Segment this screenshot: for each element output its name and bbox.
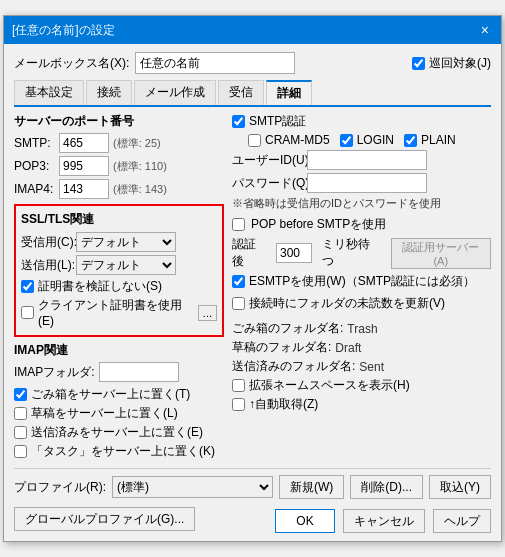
- imap-title: IMAP関連: [14, 342, 224, 359]
- imap4-default: (標準: 143): [113, 182, 167, 197]
- imap-task-checkbox[interactable]: [14, 445, 27, 458]
- pop3-port-row: POP3: (標準: 110): [14, 156, 224, 176]
- imap-namespace-checkbox[interactable]: [232, 379, 245, 392]
- imap-sent-checkbox[interactable]: [14, 426, 27, 439]
- imap-folder-input[interactable]: [99, 362, 179, 382]
- imap4-label: IMAP4:: [14, 182, 59, 196]
- ssl-receive-select[interactable]: デフォルト: [76, 232, 176, 252]
- dialog-title: [任意の名前]の設定: [12, 22, 115, 39]
- imap-trash-label: ごみ箱をサーバー上に置く(T): [31, 386, 190, 403]
- smtp-cram-checkbox[interactable]: [248, 134, 261, 147]
- smtp-uid-label: ユーザーID(U):: [232, 152, 307, 169]
- smtp-uid-input[interactable]: [307, 150, 427, 170]
- tab-connection[interactable]: 接続: [86, 80, 132, 105]
- pop3-port-input[interactable]: [59, 156, 109, 176]
- tab-basic[interactable]: 基本設定: [14, 80, 84, 105]
- tab-compose[interactable]: メール作成: [134, 80, 216, 105]
- sent-folder-label: 送信済みのフォルダ名:: [232, 358, 355, 375]
- global-action-row: グローバルプロファイル(G)... OK キャンセル ヘルプ: [14, 505, 491, 533]
- imap4-port-row: IMAP4: (標準: 143): [14, 179, 224, 199]
- trash-folder-label: ごみ箱のフォルダ名:: [232, 320, 343, 337]
- ssl-client-cert-checkbox[interactable]: [21, 306, 34, 319]
- trash-folder-row: ごみ箱のフォルダ名: Trash: [232, 320, 491, 337]
- smtp-plain-checkbox[interactable]: [404, 134, 417, 147]
- imap-update-label: 接続時にフォルダの未読数を更新(V): [249, 295, 445, 312]
- tabs: 基本設定 接続 メール作成 受信 詳細: [14, 80, 491, 107]
- ssl-no-verify-checkbox[interactable]: [21, 280, 34, 293]
- pop-before-label: POP before SMTPを使用: [251, 216, 386, 233]
- draft-folder-row: 草稿のフォルダ名: Draft: [232, 339, 491, 356]
- imap-task-row: 「タスク」をサーバー上に置く(K): [14, 443, 224, 460]
- pop-wait-row: 認証後 ミリ秒待つ 認証用サーバー(A): [232, 236, 491, 270]
- ssl-no-verify-row: 証明書を検証しない(S): [21, 278, 217, 295]
- recursive-checkbox[interactable]: [412, 57, 425, 70]
- smtp-login-checkbox[interactable]: [340, 134, 353, 147]
- draft-folder-label: 草稿のフォルダ名:: [232, 339, 331, 356]
- esmtp-label: ESMTPを使用(W)（SMTP認証には必須）: [249, 273, 475, 290]
- ssl-client-cert-row: クライアント証明書を使用(E) ...: [21, 297, 217, 328]
- imap-right-section: 接続時にフォルダの未読数を更新(V) ごみ箱のフォルダ名: Trash 草稿のフ…: [232, 295, 491, 413]
- imap-draft-row: 草稿をサーバー上に置く(L): [14, 405, 224, 422]
- imap-draft-label: 草稿をサーバー上に置く(L): [31, 405, 178, 422]
- imap-namespace-row: 拡張ネームスペースを表示(H): [232, 377, 491, 394]
- profile-select[interactable]: (標準): [112, 476, 273, 498]
- pop-server-button[interactable]: 認証用サーバー(A): [391, 238, 491, 269]
- smtp-pwd-input[interactable]: [307, 173, 427, 193]
- imap4-port-input[interactable]: [59, 179, 109, 199]
- imap-trash-row: ごみ箱をサーバー上に置く(T): [14, 386, 224, 403]
- pop-wait-label: 認証後: [232, 236, 266, 270]
- draft-folder-value: Draft: [335, 341, 361, 355]
- smtp-pwd-row: パスワード(Q):: [232, 173, 491, 193]
- global-profile-button[interactable]: グローバルプロファイル(G)...: [14, 507, 195, 531]
- ssl-title: SSL/TLS関連: [21, 211, 217, 228]
- profile-row: プロファイル(R): (標準) 新規(W) 削除(D)... 取込(Y): [14, 475, 491, 499]
- ssl-send-select[interactable]: デフォルト: [76, 255, 176, 275]
- smtp-auth-section: SMTP認証 CRAM-MD5 LOGIN PLAIN ユーザーID(U):: [232, 113, 491, 211]
- recursive-label: 巡回対象(J): [429, 55, 491, 72]
- imap-update-checkbox[interactable]: [232, 297, 245, 310]
- imap-draft-checkbox[interactable]: [14, 407, 27, 420]
- esmtp-row: ESMTPを使用(W)（SMTP認証には必須）: [232, 273, 491, 290]
- pop-wait-unit: ミリ秒待つ: [322, 236, 379, 270]
- mailbox-label: メールボックス名(X):: [14, 55, 129, 72]
- smtp-auth-label: SMTP認証: [249, 113, 306, 130]
- tab-receive[interactable]: 受信: [218, 80, 264, 105]
- ssl-client-cert-label: クライアント証明書を使用(E): [38, 297, 194, 328]
- smtp-port-input[interactable]: [59, 133, 109, 153]
- smtp-auth-checkbox[interactable]: [232, 115, 245, 128]
- imap-folder-label: IMAPフォルダ:: [14, 364, 95, 381]
- trash-folder-value: Trash: [347, 322, 377, 336]
- sent-folder-row: 送信済みのフォルダ名: Sent: [232, 358, 491, 375]
- mailbox-input[interactable]: [135, 52, 295, 74]
- ssl-no-verify-label: 証明書を検証しない(S): [38, 278, 162, 295]
- ok-button[interactable]: OK: [275, 509, 335, 533]
- imap-section: IMAP関連 IMAPフォルダ: ごみ箱をサーバー上に置く(T) 草稿をサーバー…: [14, 342, 224, 460]
- sent-folder-value: Sent: [359, 360, 384, 374]
- pop3-default: (標準: 110): [113, 159, 167, 174]
- imap-sent-label: 送信済みをサーバー上に置く(E): [31, 424, 203, 441]
- cancel-button[interactable]: キャンセル: [343, 509, 425, 533]
- help-button[interactable]: ヘルプ: [433, 509, 491, 533]
- imap-autoget-row: ↑自動取得(Z): [232, 396, 491, 413]
- imap-namespace-label: 拡張ネームスペースを表示(H): [249, 377, 410, 394]
- smtp-pwd-label: パスワード(Q):: [232, 175, 307, 192]
- profile-delete-button[interactable]: 削除(D)...: [350, 475, 423, 499]
- esmtp-checkbox[interactable]: [232, 275, 245, 288]
- imap-autoget-checkbox[interactable]: [232, 398, 245, 411]
- smtp-port-row: SMTP: (標準: 25): [14, 133, 224, 153]
- profile-new-button[interactable]: 新規(W): [279, 475, 344, 499]
- mailbox-row: メールボックス名(X): 巡回対象(J): [14, 52, 491, 74]
- smtp-plain-label: PLAIN: [421, 133, 456, 147]
- profile-import-button[interactable]: 取込(Y): [429, 475, 491, 499]
- pop-wait-input[interactable]: [276, 243, 312, 263]
- server-ports-title: サーバーのポート番号: [14, 113, 224, 130]
- close-button[interactable]: ×: [477, 22, 493, 38]
- pop3-label: POP3:: [14, 159, 59, 173]
- ssl-receive-row: 受信用(C): デフォルト: [21, 232, 217, 252]
- ssl-cert-browse-button[interactable]: ...: [198, 305, 217, 321]
- ssl-section: SSL/TLS関連 受信用(C): デフォルト 送信用(L):: [14, 204, 224, 337]
- pop-before-checkbox[interactable]: [232, 218, 245, 231]
- profile-label: プロファイル(R):: [14, 479, 106, 496]
- tab-detail[interactable]: 詳細: [266, 80, 312, 105]
- imap-trash-checkbox[interactable]: [14, 388, 27, 401]
